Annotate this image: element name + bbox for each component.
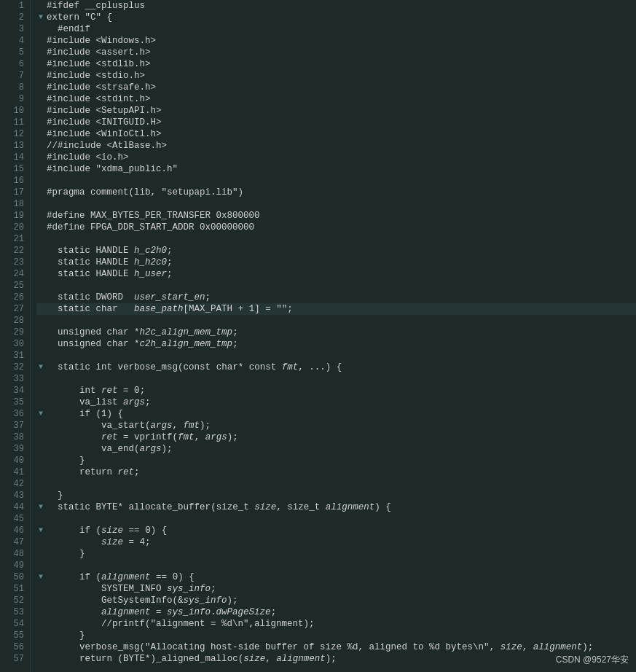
line-number: 56: [0, 641, 24, 653]
code-line: #include <SetupAPI.h>: [36, 105, 636, 117]
line-content: }: [47, 490, 63, 501]
code-line: unsigned char *h2c_align_mem_tmp;: [36, 327, 636, 338]
line-number: 30: [0, 338, 24, 350]
line-content: #include <stdio.h>: [47, 70, 145, 82]
code-line: unsigned char *c2h_align_mem_tmp;: [36, 338, 636, 350]
line-content: #include <Windows.h>: [47, 35, 156, 47]
line-content: ret = vprintf(fmt, args);: [47, 431, 238, 443]
line-number: 20: [0, 222, 24, 233]
code-area[interactable]: #ifdef __cplusplus▼extern "C" { #endif#i…: [31, 0, 636, 672]
code-line: alignment = sys_info.dwPageSize;: [36, 606, 636, 618]
code-line: #include <assert.h>: [36, 47, 636, 58]
line-content: extern "C" {: [47, 12, 112, 23]
line-number: 33: [0, 373, 24, 385]
line-number: 38: [0, 431, 24, 443]
line-content: static HANDLE h_c2h0;: [47, 245, 173, 257]
line-content: static char base_path[MAX_PATH + 1] = ""…: [47, 303, 293, 315]
fold-marker[interactable]: ▼: [36, 573, 45, 582]
line-content: va_end(args);: [47, 443, 173, 455]
line-number: 1: [0, 0, 24, 12]
line-number: 54: [0, 618, 24, 630]
line-number: 25: [0, 280, 24, 292]
code-line: ▼ static BYTE* allocate_buffer(size_t si…: [36, 501, 636, 513]
line-number: 51: [0, 583, 24, 595]
line-number: 4: [0, 35, 24, 47]
line-content: int ret = 0;: [47, 385, 145, 396]
code-line: #include <io.h>: [36, 152, 636, 163]
line-content: static DWORD user_start_en;: [47, 292, 211, 303]
line-number: 49: [0, 560, 24, 571]
code-editor: 1234567891011121314151617181920212223242…: [0, 0, 636, 672]
line-number: 5: [0, 47, 24, 58]
watermark: CSDN @9527华安: [556, 654, 629, 666]
code-line: [36, 315, 636, 327]
code-line: [36, 373, 636, 385]
line-content: SYSTEM_INFO sys_info;: [47, 583, 216, 595]
line-content: va_list args;: [47, 396, 151, 408]
line-number: 14: [0, 152, 24, 163]
code-line: [36, 233, 636, 245]
line-number: 26: [0, 292, 24, 303]
code-line: #pragma comment(lib, "setupapi.lib"): [36, 187, 636, 198]
line-number: 45: [0, 513, 24, 525]
line-content: GetSystemInfo(&sys_info);: [47, 595, 238, 606]
line-content: unsigned char *h2c_align_mem_tmp;: [47, 327, 238, 338]
line-content: va_start(args, fmt);: [47, 420, 211, 431]
line-number: 22: [0, 245, 24, 257]
line-content: #include <INITGUID.H>: [47, 117, 162, 128]
code-line: va_list args;: [36, 396, 636, 408]
code-line: #include <INITGUID.H>: [36, 117, 636, 128]
line-content: return ret;: [47, 466, 140, 478]
line-number: 42: [0, 478, 24, 490]
line-number: 41: [0, 466, 24, 478]
fold-marker[interactable]: ▼: [36, 526, 45, 535]
line-number: 34: [0, 385, 24, 396]
line-number: 21: [0, 233, 24, 245]
code-line: #include <stdio.h>: [36, 70, 636, 82]
code-line: static HANDLE h_h2c0;: [36, 257, 636, 268]
line-content: size = 4;: [47, 536, 151, 548]
line-content: #define FPGA_DDR_START_ADDR 0x00000000: [47, 222, 254, 233]
code-line: va_end(args);: [36, 443, 636, 455]
line-number: 40: [0, 455, 24, 466]
line-number: 15: [0, 163, 24, 175]
line-content: if (size == 0) {: [47, 525, 167, 536]
code-line: int ret = 0;: [36, 385, 636, 396]
fold-marker[interactable]: ▼: [36, 363, 45, 372]
code-line: static HANDLE h_user;: [36, 268, 636, 280]
code-line: return ret;: [36, 466, 636, 478]
line-content: #include <WinIoCtl.h>: [47, 128, 162, 140]
line-number: 52: [0, 595, 24, 606]
line-content: #ifdef __cplusplus: [47, 0, 145, 12]
line-number: 55: [0, 630, 24, 641]
code-line: }: [36, 630, 636, 641]
line-content: #include <io.h>: [47, 152, 129, 163]
code-line: [36, 350, 636, 362]
line-number: 8: [0, 82, 24, 93]
line-content: #include <assert.h>: [47, 47, 151, 58]
line-content: static HANDLE h_user;: [47, 268, 173, 280]
code-line: #include <stdint.h>: [36, 93, 636, 105]
line-number: 44: [0, 501, 24, 513]
line-number: 7: [0, 70, 24, 82]
line-content: #include <SetupAPI.h>: [47, 105, 162, 117]
code-line: ▼extern "C" {: [36, 12, 636, 23]
code-line: #ifdef __cplusplus: [36, 0, 636, 12]
code-line: #include <WinIoCtl.h>: [36, 128, 636, 140]
fold-marker[interactable]: ▼: [36, 503, 45, 512]
line-content: #include <strsafe.h>: [47, 82, 156, 93]
code-line: [36, 513, 636, 525]
line-content: unsigned char *c2h_align_mem_tmp;: [47, 338, 238, 350]
line-content: }: [47, 548, 85, 560]
code-line: GetSystemInfo(&sys_info);: [36, 595, 636, 606]
line-content: static int verbose_msg(const char* const…: [47, 362, 342, 373]
line-number: 2: [0, 12, 24, 23]
fold-marker[interactable]: ▼: [36, 13, 45, 22]
code-line: #define FPGA_DDR_START_ADDR 0x00000000: [36, 222, 636, 233]
line-number: 11: [0, 117, 24, 128]
fold-marker[interactable]: ▼: [36, 410, 45, 418]
line-content: //#include <AtlBase.h>: [47, 140, 167, 152]
line-content: alignment = sys_info.dwPageSize;: [47, 606, 276, 618]
code-line: verbose_msg("Allocating host-side buffer…: [36, 641, 636, 653]
line-content: }: [47, 455, 85, 466]
